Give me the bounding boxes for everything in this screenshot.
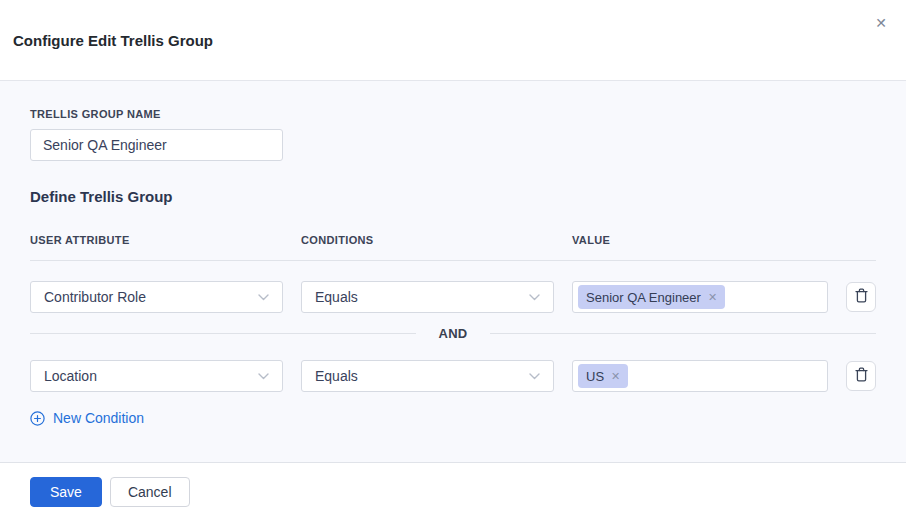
cancel-button[interactable]: Cancel [110, 477, 190, 507]
close-icon[interactable]: ✕ [873, 14, 889, 32]
value-tag: US ✕ [578, 364, 628, 388]
user-attribute-column-header: USER ATTRIBUTE [30, 234, 283, 246]
plus-circle-icon [30, 411, 45, 426]
new-condition-label: New Condition [53, 410, 144, 426]
value-column-header: VALUE [572, 234, 828, 246]
column-headers-row: USER ATTRIBUTE CONDITIONS VALUE [30, 234, 876, 246]
tag-remove-icon[interactable]: ✕ [708, 292, 717, 303]
dialog-body: TRELLIS GROUP NAME Define Trellis Group … [0, 81, 906, 462]
user-attribute-select[interactable]: Contributor Role [30, 281, 283, 313]
user-attribute-selected-value: Location [44, 368, 97, 384]
define-trellis-group-heading: Define Trellis Group [30, 188, 876, 205]
condition-selected-value: Equals [315, 289, 358, 305]
chevron-down-icon [529, 294, 540, 301]
user-attribute-selected-value: Contributor Role [44, 289, 146, 305]
value-tag-label: Senior QA Engineer [586, 290, 701, 305]
dialog-title: Configure Edit Trellis Group [13, 32, 213, 49]
chevron-down-icon [529, 373, 540, 380]
condition-select[interactable]: Equals [301, 281, 554, 313]
condition-selected-value: Equals [315, 368, 358, 384]
chevron-down-icon [258, 373, 269, 380]
value-tag-label: US [586, 369, 604, 384]
condition-select[interactable]: Equals [301, 360, 554, 392]
chevron-down-icon [258, 294, 269, 301]
user-attribute-select[interactable]: Location [30, 360, 283, 392]
dialog-footer: Save Cancel [0, 462, 906, 521]
column-headers-divider [30, 260, 876, 261]
conditions-column-header: CONDITIONS [301, 234, 554, 246]
and-separator: AND [30, 326, 876, 341]
new-condition-button[interactable]: New Condition [30, 410, 144, 426]
save-button[interactable]: Save [30, 477, 102, 507]
delete-condition-button[interactable] [846, 282, 876, 312]
trellis-group-name-label: TRELLIS GROUP NAME [30, 108, 876, 120]
value-multiselect-field[interactable]: Senior QA Engineer ✕ [572, 281, 828, 313]
trash-icon [855, 367, 868, 385]
condition-row: Contributor Role Equals Senior QA Engine… [30, 281, 876, 313]
dialog-header: Configure Edit Trellis Group ✕ [0, 0, 906, 81]
value-tag: Senior QA Engineer ✕ [578, 285, 725, 309]
condition-row: Location Equals US ✕ [30, 360, 876, 392]
separator-line [30, 333, 416, 334]
value-multiselect-field[interactable]: US ✕ [572, 360, 828, 392]
delete-condition-button[interactable] [846, 361, 876, 391]
configure-trellis-group-dialog: Configure Edit Trellis Group ✕ TRELLIS G… [0, 0, 906, 521]
and-operator-label: AND [438, 326, 467, 341]
trash-icon [855, 288, 868, 306]
trellis-group-name-input[interactable] [30, 129, 283, 161]
tag-remove-icon[interactable]: ✕ [611, 371, 620, 382]
separator-line [490, 333, 876, 334]
